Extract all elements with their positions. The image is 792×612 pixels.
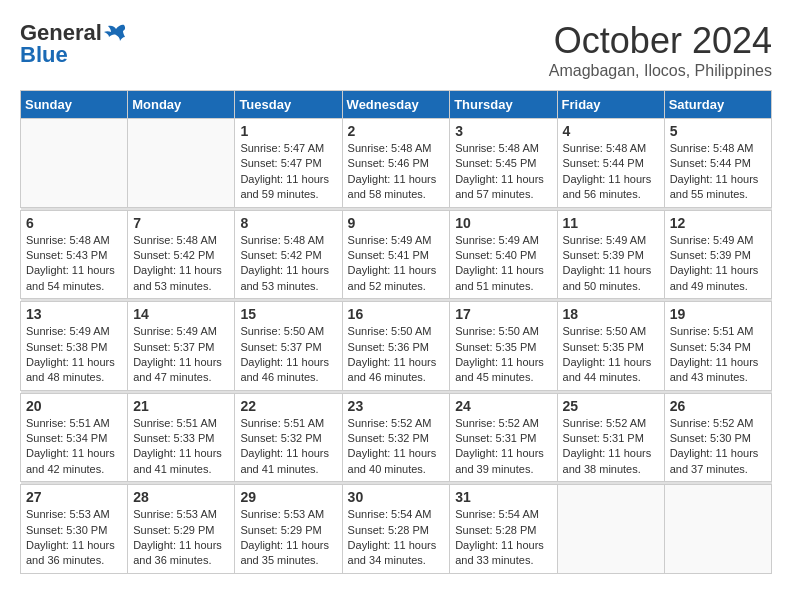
- day-number: 18: [563, 306, 659, 322]
- day-info: Sunrise: 5:48 AMSunset: 5:42 PMDaylight:…: [133, 233, 229, 295]
- day-info: Sunrise: 5:51 AMSunset: 5:34 PMDaylight:…: [26, 416, 122, 478]
- day-number: 26: [670, 398, 766, 414]
- day-number: 13: [26, 306, 122, 322]
- day-info: Sunrise: 5:51 AMSunset: 5:34 PMDaylight:…: [670, 324, 766, 386]
- title-area: October 2024 Amagbagan, Ilocos, Philippi…: [549, 20, 772, 80]
- day-number: 27: [26, 489, 122, 505]
- calendar-cell: 2Sunrise: 5:48 AMSunset: 5:46 PMDaylight…: [342, 119, 450, 208]
- calendar-cell: 15Sunrise: 5:50 AMSunset: 5:37 PMDayligh…: [235, 302, 342, 391]
- calendar-week-2: 6Sunrise: 5:48 AMSunset: 5:43 PMDaylight…: [21, 210, 772, 299]
- calendar-cell: [557, 485, 664, 574]
- calendar-cell: 9Sunrise: 5:49 AMSunset: 5:41 PMDaylight…: [342, 210, 450, 299]
- day-info: Sunrise: 5:49 AMSunset: 5:39 PMDaylight:…: [670, 233, 766, 295]
- calendar-cell: 11Sunrise: 5:49 AMSunset: 5:39 PMDayligh…: [557, 210, 664, 299]
- calendar-cell: 28Sunrise: 5:53 AMSunset: 5:29 PMDayligh…: [128, 485, 235, 574]
- header-thursday: Thursday: [450, 91, 557, 119]
- header-monday: Monday: [128, 91, 235, 119]
- calendar-cell: 6Sunrise: 5:48 AMSunset: 5:43 PMDaylight…: [21, 210, 128, 299]
- day-info: Sunrise: 5:48 AMSunset: 5:43 PMDaylight:…: [26, 233, 122, 295]
- day-number: 29: [240, 489, 336, 505]
- day-info: Sunrise: 5:52 AMSunset: 5:31 PMDaylight:…: [563, 416, 659, 478]
- calendar-cell: 30Sunrise: 5:54 AMSunset: 5:28 PMDayligh…: [342, 485, 450, 574]
- calendar-cell: 26Sunrise: 5:52 AMSunset: 5:30 PMDayligh…: [664, 393, 771, 482]
- header-wednesday: Wednesday: [342, 91, 450, 119]
- day-number: 19: [670, 306, 766, 322]
- calendar-cell: 5Sunrise: 5:48 AMSunset: 5:44 PMDaylight…: [664, 119, 771, 208]
- day-number: 22: [240, 398, 336, 414]
- day-info: Sunrise: 5:53 AMSunset: 5:30 PMDaylight:…: [26, 507, 122, 569]
- month-title: October 2024: [549, 20, 772, 62]
- header-sunday: Sunday: [21, 91, 128, 119]
- day-number: 30: [348, 489, 445, 505]
- calendar-cell: 8Sunrise: 5:48 AMSunset: 5:42 PMDaylight…: [235, 210, 342, 299]
- day-number: 7: [133, 215, 229, 231]
- calendar-cell: 22Sunrise: 5:51 AMSunset: 5:32 PMDayligh…: [235, 393, 342, 482]
- day-info: Sunrise: 5:54 AMSunset: 5:28 PMDaylight:…: [348, 507, 445, 569]
- day-info: Sunrise: 5:51 AMSunset: 5:33 PMDaylight:…: [133, 416, 229, 478]
- day-info: Sunrise: 5:52 AMSunset: 5:30 PMDaylight:…: [670, 416, 766, 478]
- day-number: 14: [133, 306, 229, 322]
- day-number: 21: [133, 398, 229, 414]
- header-saturday: Saturday: [664, 91, 771, 119]
- day-number: 2: [348, 123, 445, 139]
- day-info: Sunrise: 5:48 AMSunset: 5:46 PMDaylight:…: [348, 141, 445, 203]
- day-info: Sunrise: 5:53 AMSunset: 5:29 PMDaylight:…: [133, 507, 229, 569]
- calendar-cell: [128, 119, 235, 208]
- calendar-cell: 24Sunrise: 5:52 AMSunset: 5:31 PMDayligh…: [450, 393, 557, 482]
- calendar-cell: 13Sunrise: 5:49 AMSunset: 5:38 PMDayligh…: [21, 302, 128, 391]
- day-number: 9: [348, 215, 445, 231]
- day-number: 25: [563, 398, 659, 414]
- calendar-cell: 18Sunrise: 5:50 AMSunset: 5:35 PMDayligh…: [557, 302, 664, 391]
- calendar-cell: 27Sunrise: 5:53 AMSunset: 5:30 PMDayligh…: [21, 485, 128, 574]
- day-info: Sunrise: 5:48 AMSunset: 5:45 PMDaylight:…: [455, 141, 551, 203]
- day-number: 3: [455, 123, 551, 139]
- day-info: Sunrise: 5:48 AMSunset: 5:44 PMDaylight:…: [670, 141, 766, 203]
- calendar-cell: 3Sunrise: 5:48 AMSunset: 5:45 PMDaylight…: [450, 119, 557, 208]
- day-number: 8: [240, 215, 336, 231]
- header: General Blue October 2024 Amagbagan, Ilo…: [20, 20, 772, 80]
- day-number: 12: [670, 215, 766, 231]
- day-info: Sunrise: 5:50 AMSunset: 5:35 PMDaylight:…: [563, 324, 659, 386]
- location-title: Amagbagan, Ilocos, Philippines: [549, 62, 772, 80]
- day-info: Sunrise: 5:52 AMSunset: 5:31 PMDaylight:…: [455, 416, 551, 478]
- calendar-header-row: SundayMondayTuesdayWednesdayThursdayFrid…: [21, 91, 772, 119]
- calendar-cell: 4Sunrise: 5:48 AMSunset: 5:44 PMDaylight…: [557, 119, 664, 208]
- day-number: 20: [26, 398, 122, 414]
- day-number: 17: [455, 306, 551, 322]
- calendar-cell: 16Sunrise: 5:50 AMSunset: 5:36 PMDayligh…: [342, 302, 450, 391]
- day-number: 11: [563, 215, 659, 231]
- calendar-cell: 12Sunrise: 5:49 AMSunset: 5:39 PMDayligh…: [664, 210, 771, 299]
- day-number: 6: [26, 215, 122, 231]
- day-info: Sunrise: 5:54 AMSunset: 5:28 PMDaylight:…: [455, 507, 551, 569]
- day-info: Sunrise: 5:53 AMSunset: 5:29 PMDaylight:…: [240, 507, 336, 569]
- day-info: Sunrise: 5:51 AMSunset: 5:32 PMDaylight:…: [240, 416, 336, 478]
- logo-bird-icon: [104, 23, 126, 43]
- header-friday: Friday: [557, 91, 664, 119]
- calendar-cell: [664, 485, 771, 574]
- calendar-cell: 19Sunrise: 5:51 AMSunset: 5:34 PMDayligh…: [664, 302, 771, 391]
- calendar-cell: 20Sunrise: 5:51 AMSunset: 5:34 PMDayligh…: [21, 393, 128, 482]
- calendar-cell: 10Sunrise: 5:49 AMSunset: 5:40 PMDayligh…: [450, 210, 557, 299]
- day-number: 1: [240, 123, 336, 139]
- calendar-cell: 1Sunrise: 5:47 AMSunset: 5:47 PMDaylight…: [235, 119, 342, 208]
- logo-blue: Blue: [20, 42, 68, 68]
- day-number: 28: [133, 489, 229, 505]
- day-number: 15: [240, 306, 336, 322]
- header-tuesday: Tuesday: [235, 91, 342, 119]
- calendar-week-4: 20Sunrise: 5:51 AMSunset: 5:34 PMDayligh…: [21, 393, 772, 482]
- day-number: 4: [563, 123, 659, 139]
- calendar-cell: 25Sunrise: 5:52 AMSunset: 5:31 PMDayligh…: [557, 393, 664, 482]
- day-info: Sunrise: 5:48 AMSunset: 5:44 PMDaylight:…: [563, 141, 659, 203]
- day-info: Sunrise: 5:49 AMSunset: 5:38 PMDaylight:…: [26, 324, 122, 386]
- day-info: Sunrise: 5:48 AMSunset: 5:42 PMDaylight:…: [240, 233, 336, 295]
- calendar-cell: 31Sunrise: 5:54 AMSunset: 5:28 PMDayligh…: [450, 485, 557, 574]
- day-number: 5: [670, 123, 766, 139]
- day-info: Sunrise: 5:47 AMSunset: 5:47 PMDaylight:…: [240, 141, 336, 203]
- day-info: Sunrise: 5:52 AMSunset: 5:32 PMDaylight:…: [348, 416, 445, 478]
- calendar-cell: [21, 119, 128, 208]
- day-info: Sunrise: 5:49 AMSunset: 5:40 PMDaylight:…: [455, 233, 551, 295]
- day-info: Sunrise: 5:49 AMSunset: 5:41 PMDaylight:…: [348, 233, 445, 295]
- day-info: Sunrise: 5:50 AMSunset: 5:37 PMDaylight:…: [240, 324, 336, 386]
- day-number: 23: [348, 398, 445, 414]
- calendar-cell: 21Sunrise: 5:51 AMSunset: 5:33 PMDayligh…: [128, 393, 235, 482]
